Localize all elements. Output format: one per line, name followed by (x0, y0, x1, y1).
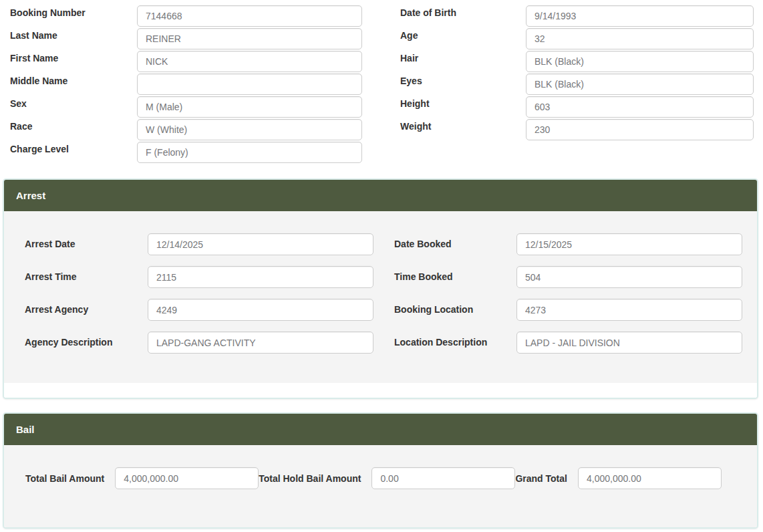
sex-label: Sex (10, 96, 137, 110)
height-label: Height (400, 96, 526, 110)
arrest-panel-footer (4, 383, 757, 398)
date-booked-label: Date Booked (394, 239, 516, 250)
charge-level-row: Charge Level (10, 142, 362, 163)
arrest-panel-header: Arrest (4, 180, 757, 211)
race-input[interactable] (137, 119, 362, 140)
arrest-right-column: Date Booked Time Booked Booking Location… (394, 233, 742, 364)
time-booked-label: Time Booked (394, 271, 516, 283)
middle-name-input[interactable] (137, 74, 362, 95)
weight-row: Weight (400, 119, 754, 140)
time-booked-row: Time Booked (394, 266, 742, 288)
age-row: Age (400, 28, 754, 49)
agency-description-label: Agency Description (25, 337, 148, 348)
booking-location-row: Booking Location (394, 299, 742, 321)
first-name-input[interactable] (137, 51, 362, 72)
hair-row: Hair (400, 51, 754, 72)
grand-total-label: Grand Total (515, 472, 567, 485)
hair-input[interactable] (526, 51, 754, 72)
identity-section: Booking Number Last Name First Name Midd… (0, 0, 763, 164)
booking-location-label: Booking Location (394, 304, 516, 315)
booking-location-input[interactable] (516, 299, 742, 321)
time-booked-input[interactable] (516, 266, 742, 288)
bail-panel-title: Bail (16, 424, 35, 435)
arrest-date-input[interactable] (148, 233, 373, 255)
last-name-row: Last Name (10, 28, 362, 49)
total-hold-bail-amount-label: Total Hold Bail Amount (259, 472, 361, 485)
location-description-label: Location Description (394, 337, 516, 348)
arrest-date-label: Arrest Date (25, 239, 148, 250)
height-input[interactable] (526, 96, 754, 118)
middle-name-row: Middle Name (10, 74, 362, 95)
bail-panel-header: Bail (4, 414, 757, 445)
arrest-time-input[interactable] (148, 266, 373, 288)
location-description-row: Location Description (394, 331, 742, 354)
arrest-time-label: Arrest Time (25, 271, 148, 283)
date-booked-row: Date Booked (394, 233, 742, 255)
race-row: Race (10, 119, 362, 140)
weight-label: Weight (400, 119, 526, 132)
arrest-date-row: Arrest Date (25, 233, 373, 255)
total-bail-amount-label: Total Bail Amount (25, 472, 104, 485)
hair-label: Hair (400, 51, 526, 64)
total-hold-bail-amount-input[interactable] (371, 467, 515, 489)
bail-panel: Bail Total Bail Amount Total Hold Bail A… (3, 412, 758, 529)
identity-right-column: Date of Birth Age Hair Eyes Height (400, 5, 754, 164)
booking-number-label: Booking Number (10, 5, 137, 19)
sex-input[interactable] (137, 96, 362, 118)
grand-total-row: Grand Total (515, 467, 722, 489)
arrest-agency-label: Arrest Agency (25, 304, 148, 315)
booking-number-input[interactable] (137, 5, 362, 27)
location-description-input[interactable] (516, 331, 742, 354)
arrest-panel-title: Arrest (16, 190, 45, 201)
total-hold-bail-amount-row: Total Hold Bail Amount (259, 467, 515, 489)
eyes-row: Eyes (400, 74, 754, 95)
booking-number-row: Booking Number (10, 5, 362, 27)
arrest-left-column: Arrest Date Arrest Time Arrest Agency Ag… (25, 233, 373, 364)
arrest-panel: Arrest Arrest Date Arrest Time Arrest Ag… (3, 178, 758, 399)
first-name-label: First Name (10, 51, 137, 64)
date-of-birth-input[interactable] (526, 5, 754, 27)
race-label: Race (10, 119, 137, 132)
age-label: Age (400, 28, 526, 41)
agency-description-input[interactable] (148, 331, 373, 354)
date-of-birth-label: Date of Birth (400, 5, 526, 19)
arrest-time-row: Arrest Time (25, 266, 373, 288)
weight-input[interactable] (526, 119, 754, 140)
grand-total-input[interactable] (578, 467, 722, 489)
total-bail-amount-input[interactable] (115, 467, 259, 489)
age-input[interactable] (526, 28, 754, 49)
charge-level-input[interactable] (137, 142, 362, 163)
agency-description-row: Agency Description (25, 331, 373, 354)
eyes-label: Eyes (400, 74, 526, 87)
middle-name-label: Middle Name (10, 74, 137, 87)
first-name-row: First Name (10, 51, 362, 72)
date-booked-input[interactable] (516, 233, 742, 255)
total-bail-amount-row: Total Bail Amount (25, 467, 259, 489)
arrest-panel-body: Arrest Date Arrest Time Arrest Agency Ag… (4, 211, 757, 383)
arrest-agency-input[interactable] (148, 299, 373, 321)
date-of-birth-row: Date of Birth (400, 5, 754, 27)
sex-row: Sex (10, 96, 362, 118)
bail-panel-body: Total Bail Amount Total Hold Bail Amount… (4, 445, 757, 527)
last-name-input[interactable] (137, 28, 362, 49)
height-row: Height (400, 96, 754, 118)
eyes-input[interactable] (526, 74, 754, 95)
identity-left-column: Booking Number Last Name First Name Midd… (10, 5, 362, 164)
charge-level-label: Charge Level (10, 142, 137, 155)
arrest-agency-row: Arrest Agency (25, 299, 373, 321)
last-name-label: Last Name (10, 28, 137, 41)
